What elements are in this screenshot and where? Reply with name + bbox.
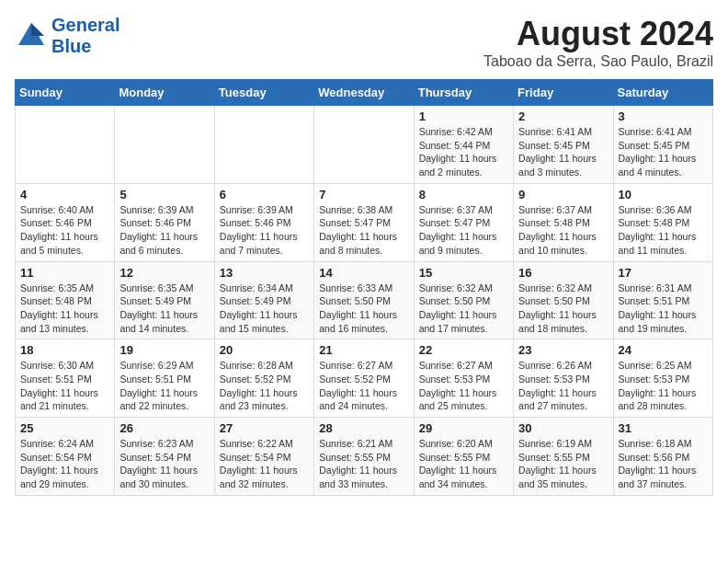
day-info: Sunrise: 6:31 AMSunset: 5:51 PMDaylight:… (619, 282, 708, 336)
day-number: 28 (319, 421, 408, 435)
column-header-tuesday: Tuesday (214, 80, 313, 106)
calendar-cell: 18Sunrise: 6:30 AMSunset: 5:51 PMDayligh… (16, 339, 115, 418)
day-number: 7 (319, 188, 408, 201)
calendar-cell: 27Sunrise: 6:22 AMSunset: 5:54 PMDayligh… (214, 418, 313, 496)
calendar-cell: 10Sunrise: 6:36 AMSunset: 5:48 PMDayligh… (613, 183, 712, 261)
day-number: 16 (518, 266, 608, 280)
calendar-header-row: SundayMondayTuesdayWednesdayThursdayFrid… (16, 80, 713, 106)
day-number: 13 (220, 266, 309, 280)
column-header-sunday: Sunday (16, 80, 115, 106)
logo: General Blue (15, 15, 119, 57)
svg-marker-1 (31, 23, 44, 36)
calendar-body: 1Sunrise: 6:42 AMSunset: 5:44 PMDaylight… (16, 106, 713, 496)
day-info: Sunrise: 6:41 AMSunset: 5:45 PMDaylight:… (619, 125, 708, 179)
calendar-cell: 20Sunrise: 6:28 AMSunset: 5:52 PMDayligh… (214, 339, 313, 418)
day-number: 1 (419, 109, 508, 123)
day-number: 2 (518, 109, 608, 123)
title-block: August 2024 Taboao da Serra, Sao Paulo, … (483, 15, 713, 70)
day-number: 9 (518, 188, 608, 201)
day-info: Sunrise: 6:29 AMSunset: 5:51 PMDaylight:… (119, 359, 209, 413)
calendar-cell: 19Sunrise: 6:29 AMSunset: 5:51 PMDayligh… (115, 339, 214, 418)
calendar-cell (16, 106, 115, 184)
day-info: Sunrise: 6:35 AMSunset: 5:48 PMDaylight:… (20, 282, 109, 336)
calendar-cell: 15Sunrise: 6:32 AMSunset: 5:50 PMDayligh… (414, 261, 513, 339)
day-info: Sunrise: 6:32 AMSunset: 5:50 PMDaylight:… (419, 282, 508, 336)
day-number: 3 (619, 109, 708, 123)
column-header-saturday: Saturday (613, 80, 712, 106)
day-number: 11 (20, 266, 109, 280)
day-info: Sunrise: 6:36 AMSunset: 5:48 PMDaylight:… (619, 203, 708, 258)
day-info: Sunrise: 6:41 AMSunset: 5:45 PMDaylight:… (518, 125, 608, 179)
calendar-table: SundayMondayTuesdayWednesdayThursdayFrid… (15, 79, 713, 496)
day-number: 23 (518, 343, 608, 357)
calendar-cell (214, 106, 313, 184)
day-info: Sunrise: 6:19 AMSunset: 5:55 PMDaylight:… (518, 437, 608, 491)
logo-blue: Blue (51, 36, 119, 57)
calendar-cell: 9Sunrise: 6:37 AMSunset: 5:48 PMDaylight… (514, 183, 613, 261)
calendar-cell: 23Sunrise: 6:26 AMSunset: 5:53 PMDayligh… (514, 339, 613, 418)
calendar-cell: 25Sunrise: 6:24 AMSunset: 5:54 PMDayligh… (16, 418, 115, 496)
calendar-cell: 24Sunrise: 6:25 AMSunset: 5:53 PMDayligh… (613, 339, 712, 418)
day-info: Sunrise: 6:30 AMSunset: 5:51 PMDaylight:… (20, 359, 109, 413)
day-info: Sunrise: 6:39 AMSunset: 5:46 PMDaylight:… (119, 203, 209, 258)
day-number: 4 (20, 188, 109, 201)
day-number: 25 (20, 421, 109, 435)
day-info: Sunrise: 6:35 AMSunset: 5:49 PMDaylight:… (119, 282, 209, 336)
day-number: 22 (419, 343, 508, 357)
day-number: 20 (220, 343, 309, 357)
calendar-week-0: 1Sunrise: 6:42 AMSunset: 5:44 PMDaylight… (16, 106, 713, 184)
logo-icon (15, 19, 48, 52)
day-number: 18 (20, 343, 109, 357)
day-info: Sunrise: 6:34 AMSunset: 5:49 PMDaylight:… (220, 282, 309, 336)
calendar-cell: 21Sunrise: 6:27 AMSunset: 5:52 PMDayligh… (314, 339, 414, 418)
day-info: Sunrise: 6:23 AMSunset: 5:54 PMDaylight:… (119, 437, 209, 491)
day-number: 31 (619, 421, 708, 435)
day-info: Sunrise: 6:27 AMSunset: 5:52 PMDaylight:… (319, 359, 408, 413)
day-info: Sunrise: 6:40 AMSunset: 5:46 PMDaylight:… (20, 203, 109, 258)
day-number: 5 (119, 188, 209, 201)
calendar-title: August 2024 (483, 15, 713, 53)
calendar-week-1: 4Sunrise: 6:40 AMSunset: 5:46 PMDaylight… (16, 183, 713, 261)
calendar-cell: 6Sunrise: 6:39 AMSunset: 5:46 PMDaylight… (214, 183, 313, 261)
calendar-cell: 13Sunrise: 6:34 AMSunset: 5:49 PMDayligh… (214, 261, 313, 339)
calendar-cell: 5Sunrise: 6:39 AMSunset: 5:46 PMDaylight… (115, 183, 214, 261)
column-header-wednesday: Wednesday (314, 80, 414, 106)
day-number: 27 (220, 421, 309, 435)
day-info: Sunrise: 6:37 AMSunset: 5:47 PMDaylight:… (419, 203, 508, 258)
day-number: 12 (119, 266, 209, 280)
day-info: Sunrise: 6:22 AMSunset: 5:54 PMDaylight:… (220, 437, 309, 491)
calendar-week-4: 25Sunrise: 6:24 AMSunset: 5:54 PMDayligh… (16, 418, 713, 496)
calendar-cell (314, 106, 414, 184)
day-info: Sunrise: 6:21 AMSunset: 5:55 PMDaylight:… (319, 437, 408, 491)
calendar-cell: 7Sunrise: 6:38 AMSunset: 5:47 PMDaylight… (314, 183, 414, 261)
calendar-cell: 4Sunrise: 6:40 AMSunset: 5:46 PMDaylight… (16, 183, 115, 261)
day-number: 29 (419, 421, 508, 435)
calendar-cell: 28Sunrise: 6:21 AMSunset: 5:55 PMDayligh… (314, 418, 414, 496)
day-info: Sunrise: 6:18 AMSunset: 5:56 PMDaylight:… (619, 437, 708, 491)
day-info: Sunrise: 6:28 AMSunset: 5:52 PMDaylight:… (220, 359, 309, 413)
calendar-header: SundayMondayTuesdayWednesdayThursdayFrid… (16, 80, 713, 106)
day-number: 19 (119, 343, 209, 357)
day-info: Sunrise: 6:32 AMSunset: 5:50 PMDaylight:… (518, 282, 608, 336)
day-info: Sunrise: 6:42 AMSunset: 5:44 PMDaylight:… (419, 125, 508, 179)
day-number: 14 (319, 266, 408, 280)
day-info: Sunrise: 6:24 AMSunset: 5:54 PMDaylight:… (20, 437, 109, 491)
day-number: 26 (119, 421, 209, 435)
calendar-subtitle: Taboao da Serra, Sao Paulo, Brazil (483, 53, 713, 70)
day-number: 10 (619, 188, 708, 201)
calendar-week-2: 11Sunrise: 6:35 AMSunset: 5:48 PMDayligh… (16, 261, 713, 339)
day-info: Sunrise: 6:37 AMSunset: 5:48 PMDaylight:… (518, 203, 608, 258)
column-header-friday: Friday (514, 80, 613, 106)
calendar-cell (115, 106, 214, 184)
calendar-cell: 12Sunrise: 6:35 AMSunset: 5:49 PMDayligh… (115, 261, 214, 339)
calendar-cell: 31Sunrise: 6:18 AMSunset: 5:56 PMDayligh… (613, 418, 712, 496)
day-info: Sunrise: 6:20 AMSunset: 5:55 PMDaylight:… (419, 437, 508, 491)
day-info: Sunrise: 6:33 AMSunset: 5:50 PMDaylight:… (319, 282, 408, 336)
calendar-cell: 3Sunrise: 6:41 AMSunset: 5:45 PMDaylight… (613, 106, 712, 184)
day-number: 21 (319, 343, 408, 357)
day-number: 17 (619, 266, 708, 280)
day-info: Sunrise: 6:25 AMSunset: 5:53 PMDaylight:… (619, 359, 708, 413)
calendar-cell: 26Sunrise: 6:23 AMSunset: 5:54 PMDayligh… (115, 418, 214, 496)
day-info: Sunrise: 6:27 AMSunset: 5:53 PMDaylight:… (419, 359, 508, 413)
day-number: 24 (619, 343, 708, 357)
